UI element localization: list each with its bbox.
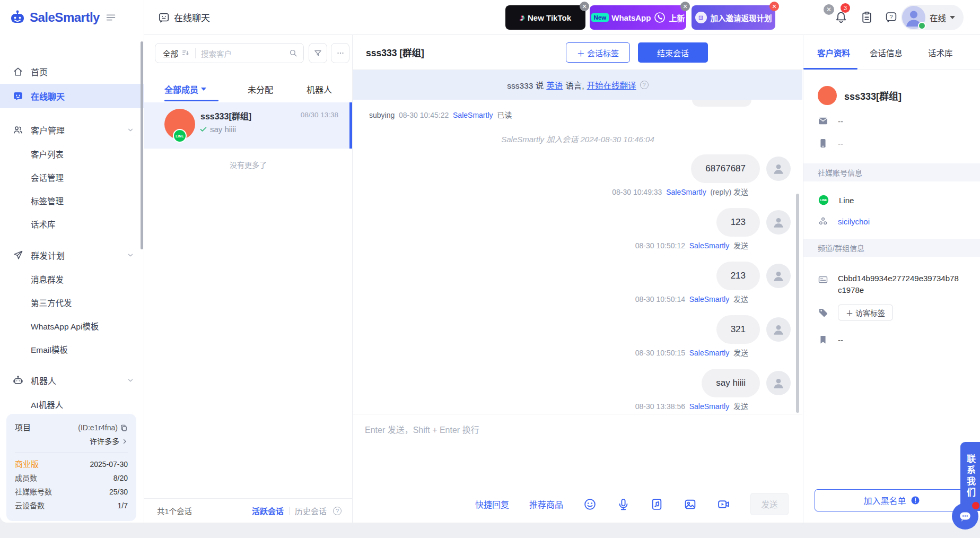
account-link[interactable]: sicilychoi <box>838 217 870 226</box>
banner-whatsapp[interactable]: New WhatsApp 上新 ✕ <box>590 5 686 30</box>
filter-button[interactable] <box>309 43 327 63</box>
divider <box>195 48 196 58</box>
banner-tiktok[interactable]: ♪ New TikTok ✕ <box>505 5 585 30</box>
sidebar-item-robot[interactable]: 机器人 <box>0 368 144 393</box>
system-message: SaleSmartly 加入会话 2024-08-30 10:46:04 <box>353 133 802 144</box>
whatsapp-icon <box>653 11 666 24</box>
image-icon[interactable] <box>684 498 697 511</box>
sidebar-item-email-template[interactable]: Email模板 <box>0 337 144 361</box>
sidebar-item-session-mgmt[interactable]: 会话管理 <box>0 166 144 189</box>
message-bubble: 213 <box>716 262 760 290</box>
contact-us-tab[interactable]: 联系我们 <box>960 442 980 511</box>
chat-item-name: sss333[群组] <box>200 109 251 122</box>
agent-name[interactable]: SaleSmartly <box>689 295 729 303</box>
user-menu[interactable]: 在线 <box>901 5 964 30</box>
help-circle-icon[interactable]: ? <box>640 81 649 89</box>
add-session-tag-button[interactable]: ＋ 会话标签 <box>566 42 630 63</box>
search-input[interactable]: 搜索客户 <box>201 48 288 59</box>
social-section-header: 社媒账号信息 <box>803 163 980 181</box>
sidebar-item-customer-list[interactable]: 客户列表 <box>0 142 144 166</box>
sidebar-item-customers[interactable]: 客户管理 <box>0 118 144 142</box>
blacklist-label: 加入黑名单 <box>863 494 906 507</box>
outgoing-message: 213 <box>353 262 802 290</box>
stat-value: 25/30 <box>109 485 128 499</box>
chat-list-footer: 共1个会话 活跃会话 历史会话 ? <box>144 498 352 523</box>
chat-list-item[interactable]: LINE sss333[群组] 08/30 13:38 say hiiii <box>144 102 352 149</box>
chat-list-tabs: 全部成员 未分配 机器人 <box>144 80 352 102</box>
agent-name[interactable]: SaleSmartly <box>453 111 493 119</box>
more-button[interactable] <box>331 43 349 63</box>
sort-icon[interactable] <box>181 49 190 57</box>
sidebar-item-label: 首页 <box>31 65 48 78</box>
group-icon <box>818 216 828 227</box>
tab-script-lib[interactable]: 话术库 <box>928 47 953 58</box>
tab-robot[interactable]: 机器人 <box>307 83 332 96</box>
help-icon[interactable]: ? <box>885 11 898 24</box>
people-icon <box>13 125 23 135</box>
group-id-value: Cbbd14b9934e277249e39734b78c1978e <box>838 273 961 296</box>
channel-name: Line <box>839 196 854 205</box>
chevron-down-icon <box>127 377 134 384</box>
close-icon[interactable]: ✕ <box>769 2 779 11</box>
messages-scrollbar[interactable] <box>796 194 799 413</box>
sidebar-item-livechat[interactable]: 在线聊天 <box>0 84 144 108</box>
close-icon[interactable]: ✕ <box>580 2 589 11</box>
message-meta: 08-30 10:50:12 SaleSmartly 发送 <box>353 240 802 250</box>
agent-name[interactable]: SaleSmartly <box>689 402 729 411</box>
sidebar-scrollbar[interactable] <box>141 41 143 249</box>
id-card-icon <box>818 274 828 285</box>
close-icon[interactable]: ✕ <box>824 4 834 15</box>
history-sessions-tab[interactable]: 历史会话 <box>295 505 327 516</box>
audio-file-icon[interactable] <box>650 498 663 511</box>
sidebar-item-ai-robot[interactable]: AI机器人 <box>0 393 144 416</box>
tab-all-members[interactable]: 全部成员 <box>164 83 206 96</box>
sidebar-item-label: 标签管理 <box>31 195 64 206</box>
blacklist-button[interactable]: 加入黑名单 <box>815 489 969 511</box>
video-icon[interactable] <box>717 498 730 511</box>
new-badge: New <box>591 13 609 22</box>
voice-icon[interactable] <box>617 498 630 511</box>
sidebar-item-label: Email模板 <box>31 343 68 355</box>
clipped-bubble <box>692 100 751 107</box>
add-visitor-tag-button[interactable]: ＋ 访客标签 <box>838 305 893 320</box>
close-icon[interactable]: ✕ <box>680 2 690 11</box>
emoji-icon[interactable] <box>583 498 597 511</box>
sidebar-item-home[interactable]: 首页 <box>0 59 144 84</box>
sidebar-item-third-party[interactable]: 第三方代发 <box>0 291 144 314</box>
message-input[interactable] <box>353 414 802 477</box>
message-meta: 08-30 10:50:15 SaleSmartly 发送 <box>353 347 802 358</box>
sidebar-item-tag-mgmt[interactable]: 标签管理 <box>0 189 144 212</box>
message-scroll-area[interactable]: subying 08-30 10:45:22 SaleSmartly 已读 Sa… <box>353 100 802 414</box>
quick-reply-button[interactable]: 快捷回复 <box>475 498 509 510</box>
collapse-menu-icon[interactable] <box>105 12 117 23</box>
active-tab-underline <box>164 100 218 101</box>
tab-session-info[interactable]: 会话信息 <box>870 47 903 58</box>
filter-all-label[interactable]: 全部 <box>163 48 178 59</box>
sidebar-item-broadcast[interactable]: 群发计划 <box>0 243 144 267</box>
svg-text:?: ? <box>889 14 892 20</box>
sidebar-item-message-broadcast[interactable]: 消息群发 <box>0 267 144 291</box>
banner-referral[interactable]: ⊡ 加入邀请返现计划 ✕ <box>692 5 775 30</box>
agent-name[interactable]: SaleSmartly <box>666 188 706 196</box>
recommend-product-button[interactable]: 推荐商品 <box>529 498 563 510</box>
agent-name[interactable]: SaleSmartly <box>689 349 729 357</box>
active-sessions-tab[interactable]: 活跃会话 <box>252 505 284 516</box>
notification-dot <box>972 502 979 509</box>
outgoing-message: 321 <box>353 315 802 344</box>
send-button[interactable]: 发送 <box>750 493 789 515</box>
agent-name[interactable]: SaleSmartly <box>689 241 729 250</box>
language-link[interactable]: 英语 <box>546 79 563 91</box>
copy-icon[interactable] <box>120 424 128 432</box>
end-session-button[interactable]: 结束会话 <box>638 42 708 63</box>
search-icon[interactable] <box>288 48 298 58</box>
sidebar-item-whatsapp-template[interactable]: WhatsApp Api模板 <box>0 314 144 337</box>
tab-unassigned[interactable]: 未分配 <box>248 83 273 96</box>
clipboard-icon[interactable] <box>860 11 873 24</box>
search-box[interactable]: 全部 搜索客户 <box>155 43 304 63</box>
project-name[interactable]: 许许多多 <box>90 435 119 448</box>
sidebar-item-script-lib[interactable]: 话术库 <box>0 212 144 236</box>
start-translation-link[interactable]: 开始在线翻译 <box>587 79 636 91</box>
help-circle-icon[interactable]: ? <box>333 507 342 515</box>
tab-customer-info[interactable]: 客户资料 <box>817 47 850 58</box>
contact-chat-button[interactable] <box>952 503 978 530</box>
